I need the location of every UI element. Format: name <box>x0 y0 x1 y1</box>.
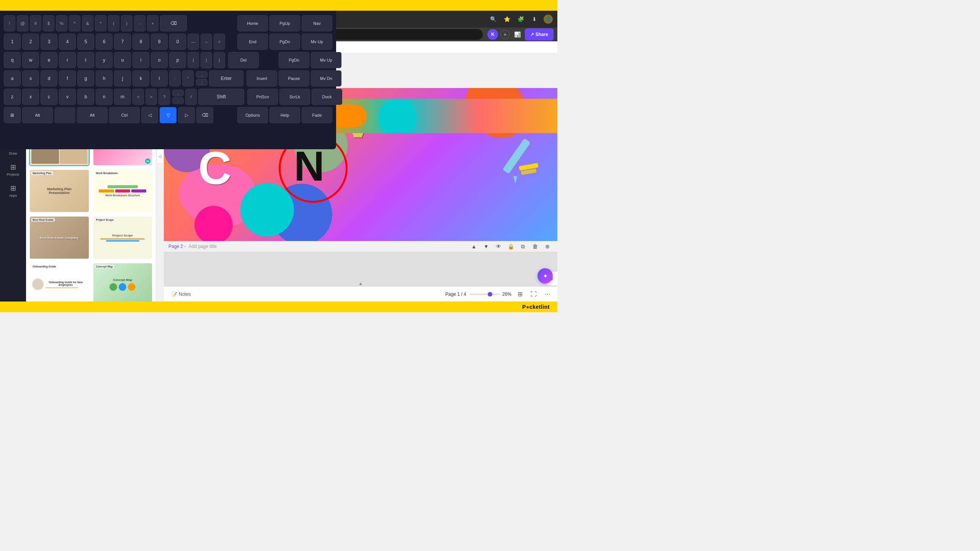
page2-delete-btn[interactable]: 🗑 <box>530 241 541 252</box>
kbd-quote[interactable]: " <box>182 70 194 86</box>
kbd-backslash[interactable]: | <box>214 52 225 68</box>
kbd-backspace[interactable]: ⌫ <box>160 15 187 31</box>
kbd-comma[interactable]: , <box>172 90 184 96</box>
kbd-9[interactable]: 9 <box>151 34 168 50</box>
template-card-real-estate[interactable]: Best Real Estate Company Best Real Estat… <box>29 216 90 259</box>
sidebar-item-apps[interactable]: ⊞ Apps <box>2 181 24 201</box>
profile-icon[interactable]: 👤 <box>543 14 554 24</box>
kbd-lparen[interactable]: ( <box>108 15 119 31</box>
kbd-exclaim[interactable]: ! <box>4 15 15 31</box>
kbd-e[interactable]: e <box>41 52 57 68</box>
kbd-minus[interactable]: - <box>134 15 145 31</box>
kbd-h[interactable]: h <box>96 70 113 86</box>
extensions-icon[interactable]: 🧩 <box>515 14 526 24</box>
kbd-u[interactable]: u <box>114 52 131 68</box>
kbd-spacebar[interactable] <box>54 107 75 123</box>
kbd-gt[interactable]: > <box>145 89 157 105</box>
kbd-shift[interactable]: Shift <box>198 89 244 105</box>
page2-down-btn[interactable]: ▼ <box>481 241 492 252</box>
kbd-options[interactable]: Options <box>237 107 268 123</box>
kbd-plus[interactable]: + <box>147 15 158 31</box>
kbd-squote[interactable]: , <box>196 71 207 78</box>
kbd-caret[interactable]: ^ <box>69 15 80 31</box>
kbd-7[interactable]: 7 <box>114 34 131 50</box>
fullscreen-btn[interactable]: ⛶ <box>528 289 539 300</box>
template-card-concept-map[interactable]: Concept Map Concept Map <box>93 262 153 302</box>
kbd-dock[interactable]: Dock <box>312 89 342 105</box>
kbd-lbrace[interactable]: { <box>188 52 199 68</box>
kbd-scrlk[interactable]: ScrLk <box>279 89 310 105</box>
kbd-c[interactable]: c <box>41 89 57 105</box>
kbd-fade[interactable]: Fade <box>302 107 332 123</box>
kbd-amp[interactable]: & <box>82 15 93 31</box>
kbd-mvdn[interactable]: Mv Dn <box>311 70 341 86</box>
page2-copy-btn[interactable]: ⧉ <box>518 241 528 252</box>
kbd-alt-right[interactable]: Alt <box>77 107 108 123</box>
kbd-5[interactable]: 5 <box>77 34 94 50</box>
kbd-scolon[interactable]: ; <box>196 79 207 86</box>
kbd-emdash[interactable]: — <box>188 34 199 50</box>
kbd-ctrl[interactable]: Ctrl <box>109 107 140 123</box>
page2-add-btn[interactable]: ⊕ <box>542 241 553 252</box>
kbd-period[interactable]: . <box>172 97 184 104</box>
template-card-marketing-plan[interactable]: Marketing PlanPresentation Marketing Pla… <box>29 169 90 213</box>
kbd-m[interactable]: m <box>114 89 131 105</box>
kbd-2[interactable]: 2 <box>22 34 39 50</box>
kbd-8[interactable]: 8 <box>132 34 149 50</box>
kbd-percent[interactable]: % <box>56 15 67 31</box>
kbd-arrow-down[interactable]: ▽ <box>160 107 176 123</box>
kbd-k[interactable]: k <box>132 70 149 86</box>
kbd-question[interactable]: ? <box>158 89 170 105</box>
notes-btn[interactable]: 📝 Notes <box>168 290 194 298</box>
kbd-nav[interactable]: Nav <box>302 15 332 31</box>
download-icon[interactable]: ⬇ <box>529 14 540 24</box>
kbd-pgdn-2[interactable]: PgDn <box>279 52 309 68</box>
kbd-q[interactable]: q <box>4 52 21 68</box>
kbd-y[interactable]: y <box>96 52 113 68</box>
kbd-at[interactable]: @ <box>17 15 28 31</box>
kbd-arrow-left[interactable]: ◁ <box>141 107 158 123</box>
kbd-p[interactable]: p <box>169 52 186 68</box>
kbd-alt-left[interactable]: Alt <box>22 107 53 123</box>
kbd-x[interactable]: x <box>22 89 39 105</box>
kbd-endash[interactable]: – <box>201 34 212 50</box>
kbd-pause[interactable]: Pause <box>279 70 309 86</box>
kbd-4[interactable]: 4 <box>59 34 76 50</box>
kbd-b[interactable]: b <box>77 89 94 105</box>
kbd-3[interactable]: 3 <box>41 34 57 50</box>
sidebar-item-projects[interactable]: ⊞ Projects <box>2 160 24 179</box>
grid-view-btn[interactable]: ⊞ <box>514 289 525 300</box>
kbd-f[interactable]: f <box>59 70 76 86</box>
share-button[interactable]: ↗ Share <box>525 28 554 41</box>
template-card-project-scope[interactable]: Project Scope Project Scope <box>93 216 153 259</box>
kbd-o[interactable]: o <box>151 52 168 68</box>
kbd-slash[interactable]: / <box>185 89 197 105</box>
kbd-prtscn[interactable]: PrtScn <box>247 89 278 105</box>
kbd-del[interactable]: Del <box>228 52 259 68</box>
kbd-home[interactable]: Home <box>237 15 268 31</box>
panel-toggle[interactable]: ◁ <box>156 148 164 164</box>
kbd-winkey[interactable]: ⊞ <box>4 107 21 123</box>
assistant-btn[interactable]: ✦ <box>537 268 553 284</box>
kbd-enter[interactable]: Enter <box>209 70 243 86</box>
kbd-rbrace[interactable]: } <box>201 52 212 68</box>
kbd-hash[interactable]: # <box>30 15 41 31</box>
kbd-pgup[interactable]: PgUp <box>270 15 300 31</box>
k-avatar[interactable]: K <box>487 29 498 40</box>
more-options-btn[interactable]: ⋯ <box>542 289 553 300</box>
kbd-end[interactable]: End <box>237 34 268 50</box>
kbd-star[interactable]: * <box>95 15 106 31</box>
chart-icon[interactable]: 📊 <box>512 29 523 40</box>
kbd-r[interactable]: r <box>59 52 76 68</box>
template-card-onboarding[interactable]: Onboarding Guide for New Employees Onboa… <box>29 262 90 302</box>
kbd-6[interactable]: 6 <box>96 34 113 50</box>
kbd-j[interactable]: j <box>114 70 131 86</box>
kbd-1[interactable]: 1 <box>4 34 21 50</box>
page2-eye-btn[interactable]: 👁 <box>493 241 504 252</box>
kbd-g[interactable]: g <box>77 70 94 86</box>
kbd-0[interactable]: 0 <box>169 34 186 50</box>
kbd-z[interactable]: z <box>4 89 21 105</box>
star-icon[interactable]: ⭐ <box>501 14 512 24</box>
search-icon[interactable]: 🔍 <box>488 14 498 24</box>
page2-lock-btn[interactable]: 🔒 <box>505 241 516 252</box>
